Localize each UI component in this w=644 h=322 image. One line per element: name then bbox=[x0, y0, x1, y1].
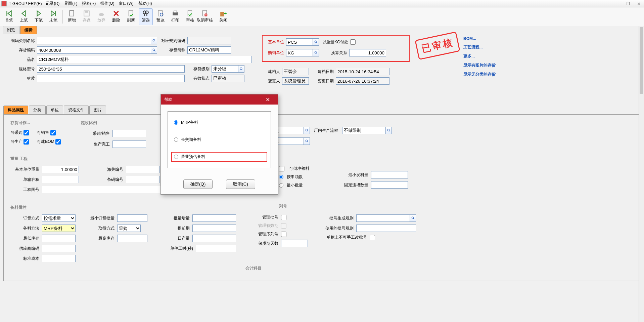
tb-close[interactable]: 关闭 bbox=[216, 8, 230, 25]
tb-first[interactable]: 首笔 bbox=[2, 8, 16, 25]
inp-buysell[interactable] bbox=[112, 130, 146, 137]
tb-audit[interactable]: 审核 bbox=[183, 8, 197, 25]
vertical-scrollbar[interactable] bbox=[639, 26, 644, 322]
tab-edit[interactable]: 编辑 bbox=[20, 26, 37, 34]
inp-prodflow[interactable] bbox=[342, 127, 386, 134]
inp-stockcode[interactable] bbox=[37, 46, 151, 54]
chk-canprod[interactable] bbox=[24, 139, 29, 145]
lookup-stockcode[interactable] bbox=[37, 46, 157, 54]
inp-stdcost[interactable] bbox=[42, 255, 76, 262]
tab-browse[interactable]: 浏览 bbox=[3, 26, 19, 34]
radio-salesest[interactable] bbox=[174, 155, 178, 159]
lookup-prodflow[interactable] bbox=[342, 127, 392, 134]
lookup-btn-icon[interactable] bbox=[151, 37, 157, 44]
inp-supplier[interactable] bbox=[42, 245, 76, 252]
inp-unitsec[interactable] bbox=[196, 245, 236, 252]
inp-leadtime[interactable] bbox=[192, 225, 236, 232]
lookup-btn-icon[interactable] bbox=[313, 49, 319, 56]
lookup-btn-icon[interactable] bbox=[386, 127, 392, 134]
menu-help[interactable]: 帮助(H) bbox=[138, 1, 152, 6]
link-process[interactable]: 工艺流程... bbox=[463, 44, 496, 50]
lookup-btn-icon[interactable] bbox=[313, 38, 319, 46]
inp-customs[interactable] bbox=[126, 166, 159, 173]
lookup-btn-icon[interactable] bbox=[151, 46, 157, 54]
radio-option-mrp[interactable]: MRP备料 bbox=[174, 120, 265, 125]
inp-fixedinc[interactable] bbox=[371, 181, 408, 189]
chk-canbuy[interactable] bbox=[24, 130, 29, 135]
scrollbar-thumb[interactable] bbox=[640, 27, 643, 94]
inp-minissue[interactable] bbox=[371, 171, 408, 178]
inp-batchinc[interactable] bbox=[192, 214, 236, 222]
dtab-qualdoc[interactable]: 资格文件 bbox=[64, 106, 89, 114]
link-bom[interactable]: BOM... bbox=[463, 36, 496, 41]
lookup-btn-icon[interactable] bbox=[410, 214, 416, 222]
chk-nomanual[interactable] bbox=[370, 235, 375, 240]
inp-minorder[interactable] bbox=[117, 214, 147, 222]
inp-barcode[interactable] bbox=[126, 176, 159, 183]
chk-cansell[interactable] bbox=[50, 130, 56, 135]
close-window-button[interactable]: ✕ bbox=[635, 1, 643, 6]
inp-baseunit[interactable] bbox=[286, 38, 313, 46]
menu-ui[interactable]: 界面(F) bbox=[64, 1, 77, 6]
radio-option-salesest[interactable]: 营业预估备料 bbox=[171, 152, 267, 162]
lookup-btn-icon[interactable] bbox=[304, 137, 310, 145]
inp-pname[interactable] bbox=[37, 56, 252, 63]
dialog-titlebar[interactable]: 帮助 ✕ bbox=[161, 94, 278, 105]
tb-refresh[interactable]: 刷新 bbox=[124, 8, 138, 25]
inp-convert[interactable] bbox=[349, 49, 386, 56]
chk-paybyweight[interactable] bbox=[350, 39, 356, 45]
radio-option-longlead[interactable]: 长交期备料 bbox=[174, 137, 265, 143]
lookup-btn-icon[interactable] bbox=[238, 65, 244, 73]
sel-obtain[interactable]: 采购 bbox=[117, 225, 141, 232]
sel-ordermethod[interactable]: 按需求量 bbox=[42, 214, 76, 222]
tb-preview[interactable]: 预览 bbox=[153, 8, 168, 25]
inp-boxvol[interactable] bbox=[42, 176, 79, 183]
inp-stocklevel[interactable] bbox=[212, 65, 238, 73]
minimize-button[interactable]: — bbox=[614, 1, 621, 6]
inp-minstock[interactable] bbox=[42, 235, 76, 242]
inp-sellunit[interactable] bbox=[286, 49, 313, 56]
tb-print[interactable]: 打印 bbox=[168, 8, 182, 25]
tb-last[interactable]: 末笔 bbox=[46, 8, 60, 25]
menu-window[interactable]: 窗口(W) bbox=[119, 1, 133, 6]
inp-dayoutput[interactable] bbox=[192, 235, 236, 242]
dtab-image[interactable]: 图片 bbox=[89, 106, 106, 114]
radio-byreq[interactable] bbox=[279, 175, 283, 179]
lookup-baseunit[interactable] bbox=[286, 38, 319, 46]
dtab-class[interactable]: 分类 bbox=[29, 106, 46, 114]
inp-spec[interactable] bbox=[37, 65, 185, 73]
inp-shelfdays[interactable] bbox=[281, 240, 308, 247]
radio-mrp[interactable] bbox=[174, 120, 178, 125]
menu-record[interactable]: 记录(R) bbox=[46, 1, 59, 6]
tb-prev[interactable]: 上笔 bbox=[17, 8, 31, 25]
maximize-button[interactable]: ❐ bbox=[625, 1, 632, 6]
inp-batchrule[interactable] bbox=[356, 214, 410, 222]
dialog-cancel-button[interactable]: 取消(C) bbox=[226, 179, 255, 189]
link-noclass[interactable]: 显示无分类的存货 bbox=[463, 72, 496, 77]
chk-mngserial[interactable] bbox=[281, 232, 286, 237]
inp-codeclass[interactable] bbox=[37, 37, 151, 44]
sel-prepmethod[interactable]: MRP备料 bbox=[42, 225, 76, 232]
tb-next[interactable]: 下笔 bbox=[32, 8, 46, 25]
lookup-codeclass[interactable] bbox=[37, 37, 157, 44]
lookup-batchrule[interactable] bbox=[356, 214, 416, 222]
radio-longlead[interactable] bbox=[174, 137, 178, 142]
lookup-stocklevel[interactable] bbox=[212, 65, 244, 73]
tb-unaudit[interactable]: 取消审核 bbox=[198, 8, 212, 25]
inp-usedrule[interactable] bbox=[356, 225, 416, 232]
tb-new[interactable]: 新增 bbox=[65, 8, 79, 25]
chk-canbom[interactable] bbox=[55, 139, 61, 145]
inp-maxstock[interactable] bbox=[117, 235, 147, 242]
tb-delete[interactable]: 删除 bbox=[109, 8, 123, 25]
tb-filter[interactable]: 筛选 bbox=[139, 8, 153, 25]
inp-baseweight[interactable] bbox=[42, 166, 79, 173]
dtab-unit[interactable]: 单位 bbox=[46, 106, 63, 114]
chk-mngbatch[interactable] bbox=[281, 215, 286, 220]
lookup-btn-icon[interactable] bbox=[304, 127, 310, 134]
inp-material[interactable] bbox=[37, 75, 185, 82]
menu-report[interactable]: 报表(R) bbox=[82, 1, 96, 6]
link-withimg[interactable]: 显示有图片的存货 bbox=[463, 63, 496, 68]
link-more[interactable]: 更多... bbox=[463, 53, 496, 59]
dialog-ok-button[interactable]: 确定(Q) bbox=[183, 179, 213, 189]
dialog-close-button[interactable]: ✕ bbox=[261, 96, 274, 103]
